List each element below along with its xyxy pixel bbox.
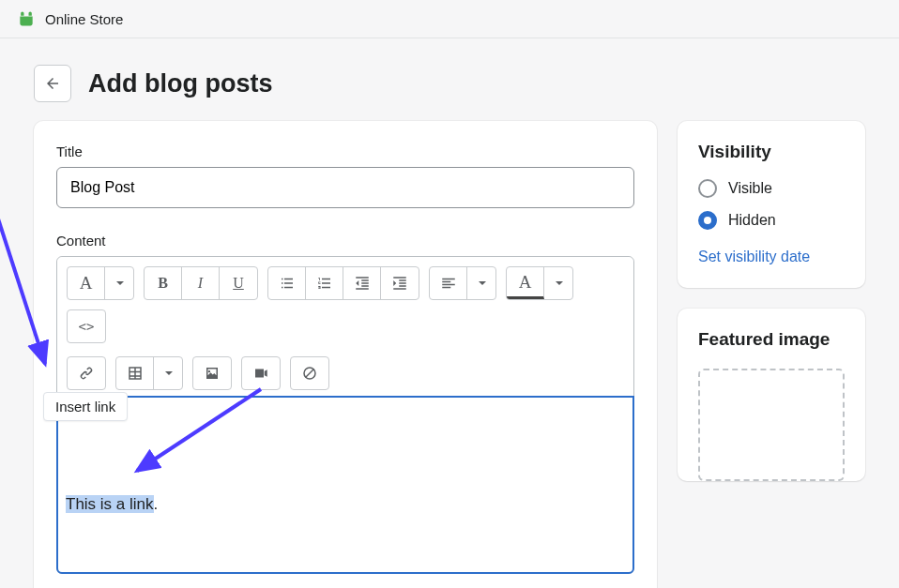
underline-button[interactable]: U bbox=[220, 267, 257, 299]
insert-link-button[interactable] bbox=[68, 357, 105, 389]
numbered-list-icon bbox=[316, 275, 333, 292]
table-icon bbox=[127, 365, 144, 382]
text-color-button[interactable]: A bbox=[507, 267, 544, 299]
indent-button[interactable] bbox=[381, 267, 419, 299]
page-title: Add blog posts bbox=[88, 69, 272, 98]
image-button[interactable] bbox=[193, 357, 231, 389]
link-icon bbox=[78, 365, 95, 382]
visible-label: Visible bbox=[728, 180, 772, 197]
clear-format-button[interactable] bbox=[291, 357, 328, 389]
insert-link-tooltip: Insert link bbox=[43, 392, 128, 421]
text-color-dropdown[interactable] bbox=[544, 267, 572, 299]
outdent-button[interactable] bbox=[343, 267, 381, 299]
svg-line-1 bbox=[306, 369, 314, 378]
bullet-list-button[interactable] bbox=[268, 267, 306, 299]
set-visibility-date-link[interactable]: Set visibility date bbox=[698, 249, 810, 265]
rich-text-editor: A B I U bbox=[56, 256, 634, 574]
outdent-icon bbox=[354, 275, 371, 292]
editor-content-area[interactable]: This is a link. bbox=[56, 396, 634, 574]
editor-toolbar: A B I U bbox=[57, 257, 633, 397]
topbar: Online Store bbox=[0, 0, 899, 38]
font-family-button[interactable]: A bbox=[68, 267, 105, 299]
video-button[interactable] bbox=[242, 357, 280, 389]
visibility-card: Visibility Visible Hidden Set visibility… bbox=[678, 121, 865, 288]
bullet-list-icon bbox=[279, 275, 296, 292]
title-label: Title bbox=[56, 143, 634, 159]
italic-button[interactable]: I bbox=[182, 267, 220, 299]
align-dropdown[interactable] bbox=[467, 267, 495, 299]
content-label: Content bbox=[56, 233, 634, 249]
font-family-dropdown[interactable] bbox=[105, 267, 133, 299]
align-button[interactable] bbox=[430, 267, 467, 299]
featured-image-card: Featured image bbox=[678, 309, 865, 481]
editor-text-line: This is a link. bbox=[66, 495, 158, 514]
video-icon bbox=[252, 365, 269, 382]
visibility-hidden-option[interactable]: Hidden bbox=[698, 211, 845, 230]
bold-button[interactable]: B bbox=[145, 267, 182, 299]
featured-image-dropzone[interactable] bbox=[698, 369, 845, 481]
page-header: Add blog posts bbox=[0, 38, 899, 121]
title-input[interactable] bbox=[56, 167, 634, 208]
hidden-label: Hidden bbox=[728, 212, 776, 229]
image-icon bbox=[204, 365, 221, 382]
featured-image-title: Featured image bbox=[698, 329, 845, 350]
arrow-left-icon bbox=[44, 75, 61, 92]
table-button[interactable] bbox=[116, 357, 154, 389]
main-card: Title Content A B I U bbox=[34, 121, 657, 588]
html-button[interactable]: <> bbox=[68, 310, 105, 342]
topbar-label: Online Store bbox=[45, 11, 123, 27]
indent-icon bbox=[391, 275, 408, 292]
no-entry-icon bbox=[301, 365, 318, 382]
visibility-title: Visibility bbox=[698, 142, 845, 162]
selected-text: This is a link bbox=[66, 495, 154, 513]
visibility-visible-option[interactable]: Visible bbox=[698, 179, 845, 198]
numbered-list-button[interactable] bbox=[306, 267, 343, 299]
radio-unchecked-icon bbox=[698, 179, 717, 198]
trailing-text: . bbox=[154, 495, 159, 513]
store-icon bbox=[17, 9, 36, 28]
table-dropdown[interactable] bbox=[154, 357, 182, 389]
align-left-icon bbox=[440, 275, 457, 292]
back-button[interactable] bbox=[34, 65, 71, 102]
radio-checked-icon bbox=[698, 211, 717, 230]
